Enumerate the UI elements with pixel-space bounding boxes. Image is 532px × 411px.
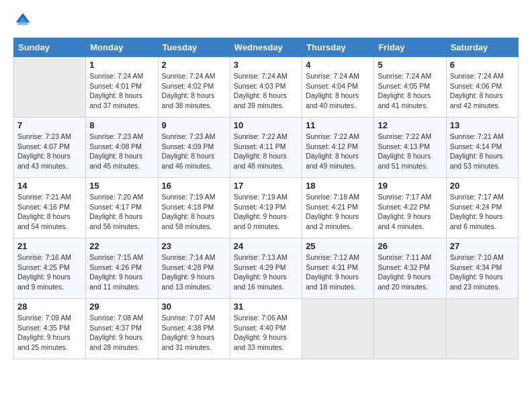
day-info: Sunrise: 7:24 AMSunset: 4:04 PMDaylight:… (306, 71, 370, 111)
day-info: Sunrise: 7:24 AMSunset: 4:01 PMDaylight:… (89, 71, 154, 111)
calendar-cell: 31Sunrise: 7:06 AMSunset: 4:40 PMDayligh… (230, 299, 302, 359)
day-number: 19 (378, 181, 442, 191)
calendar-cell: 9Sunrise: 7:23 AMSunset: 4:09 PMDaylight… (158, 118, 230, 178)
calendar-cell: 13Sunrise: 7:21 AMSunset: 4:14 PMDayligh… (446, 118, 518, 178)
calendar-cell: 10Sunrise: 7:22 AMSunset: 4:11 PMDayligh… (230, 118, 302, 178)
weekday-header: Tuesday (158, 38, 230, 57)
day-info: Sunrise: 7:06 AMSunset: 4:40 PMDaylight:… (234, 313, 298, 353)
calendar-cell: 25Sunrise: 7:12 AMSunset: 4:31 PMDayligh… (302, 238, 374, 299)
day-number: 31 (234, 302, 298, 312)
day-info: Sunrise: 7:14 AMSunset: 4:28 PMDaylight:… (162, 253, 226, 292)
day-info: Sunrise: 7:13 AMSunset: 4:29 PMDaylight:… (234, 253, 298, 292)
calendar-cell: 22Sunrise: 7:15 AMSunset: 4:26 PMDayligh… (86, 238, 158, 299)
day-info: Sunrise: 7:21 AMSunset: 4:14 PMDaylight:… (450, 132, 515, 171)
day-info: Sunrise: 7:22 AMSunset: 4:11 PMDaylight:… (234, 132, 298, 171)
calendar-cell: 20Sunrise: 7:17 AMSunset: 4:24 PMDayligh… (446, 178, 518, 238)
calendar-week: 7Sunrise: 7:23 AMSunset: 4:07 PMDaylight… (14, 118, 519, 178)
day-info: Sunrise: 7:21 AMSunset: 4:16 PMDaylight:… (17, 192, 82, 232)
day-number: 17 (234, 181, 298, 191)
day-number: 18 (306, 181, 370, 191)
calendar-body: 1Sunrise: 7:24 AMSunset: 4:01 PMDaylight… (14, 57, 519, 359)
calendar-cell: 23Sunrise: 7:14 AMSunset: 4:28 PMDayligh… (158, 238, 230, 299)
day-number: 27 (450, 241, 515, 251)
weekday-header: Saturday (446, 38, 518, 57)
day-info: Sunrise: 7:17 AMSunset: 4:24 PMDaylight:… (450, 192, 515, 232)
calendar-cell: 7Sunrise: 7:23 AMSunset: 4:07 PMDaylight… (14, 118, 86, 178)
weekday-header: Thursday (302, 38, 374, 57)
day-number: 26 (378, 241, 442, 251)
calendar-cell: 12Sunrise: 7:22 AMSunset: 4:13 PMDayligh… (374, 118, 446, 178)
day-info: Sunrise: 7:18 AMSunset: 4:21 PMDaylight:… (306, 192, 370, 232)
page-header (13, 11, 519, 30)
calendar-cell: 4Sunrise: 7:24 AMSunset: 4:04 PMDaylight… (302, 57, 374, 118)
day-info: Sunrise: 7:22 AMSunset: 4:12 PMDaylight:… (306, 132, 370, 171)
calendar-cell: 27Sunrise: 7:10 AMSunset: 4:34 PMDayligh… (446, 238, 518, 299)
day-info: Sunrise: 7:07 AMSunset: 4:38 PMDaylight:… (162, 313, 226, 353)
calendar-cell (14, 57, 86, 118)
day-info: Sunrise: 7:19 AMSunset: 4:18 PMDaylight:… (162, 192, 226, 232)
calendar-week: 14Sunrise: 7:21 AMSunset: 4:16 PMDayligh… (14, 178, 519, 238)
logo (13, 11, 35, 30)
calendar-cell: 26Sunrise: 7:11 AMSunset: 4:32 PMDayligh… (374, 238, 446, 299)
day-info: Sunrise: 7:19 AMSunset: 4:19 PMDaylight:… (234, 192, 298, 232)
calendar-cell: 29Sunrise: 7:08 AMSunset: 4:37 PMDayligh… (86, 299, 158, 359)
day-info: Sunrise: 7:10 AMSunset: 4:34 PMDaylight:… (450, 253, 515, 292)
calendar-week: 1Sunrise: 7:24 AMSunset: 4:01 PMDaylight… (14, 57, 519, 118)
day-number: 25 (306, 241, 370, 251)
day-number: 16 (162, 181, 226, 191)
weekday-header: Monday (86, 38, 158, 57)
day-info: Sunrise: 7:15 AMSunset: 4:26 PMDaylight:… (89, 253, 154, 292)
day-info: Sunrise: 7:22 AMSunset: 4:13 PMDaylight:… (378, 132, 442, 171)
calendar-cell: 24Sunrise: 7:13 AMSunset: 4:29 PMDayligh… (230, 238, 302, 299)
weekday-row: SundayMondayTuesdayWednesdayThursdayFrid… (14, 38, 519, 57)
calendar-cell: 19Sunrise: 7:17 AMSunset: 4:22 PMDayligh… (374, 178, 446, 238)
day-number: 14 (17, 181, 82, 191)
calendar-cell: 17Sunrise: 7:19 AMSunset: 4:19 PMDayligh… (230, 178, 302, 238)
day-number: 8 (89, 120, 154, 130)
day-number: 9 (162, 120, 226, 130)
day-info: Sunrise: 7:24 AMSunset: 4:05 PMDaylight:… (378, 71, 442, 111)
calendar-week: 28Sunrise: 7:09 AMSunset: 4:35 PMDayligh… (14, 299, 519, 359)
day-info: Sunrise: 7:24 AMSunset: 4:02 PMDaylight:… (162, 71, 226, 111)
day-info: Sunrise: 7:23 AMSunset: 4:08 PMDaylight:… (89, 132, 154, 171)
day-number: 6 (450, 60, 515, 70)
day-number: 11 (306, 120, 370, 130)
day-number: 4 (306, 60, 370, 70)
day-number: 10 (234, 120, 298, 130)
calendar-cell: 5Sunrise: 7:24 AMSunset: 4:05 PMDaylight… (374, 57, 446, 118)
calendar-cell: 18Sunrise: 7:18 AMSunset: 4:21 PMDayligh… (302, 178, 374, 238)
calendar-cell (302, 299, 374, 359)
day-info: Sunrise: 7:24 AMSunset: 4:03 PMDaylight:… (234, 71, 298, 111)
calendar-cell: 8Sunrise: 7:23 AMSunset: 4:08 PMDaylight… (86, 118, 158, 178)
day-number: 28 (17, 302, 82, 312)
day-number: 3 (234, 60, 298, 70)
day-info: Sunrise: 7:16 AMSunset: 4:25 PMDaylight:… (17, 253, 82, 292)
calendar-cell: 15Sunrise: 7:20 AMSunset: 4:17 PMDayligh… (86, 178, 158, 238)
weekday-header: Wednesday (230, 38, 302, 57)
calendar-cell (446, 299, 518, 359)
calendar-cell: 6Sunrise: 7:24 AMSunset: 4:06 PMDaylight… (446, 57, 518, 118)
day-number: 23 (162, 241, 226, 251)
calendar-header: SundayMondayTuesdayWednesdayThursdayFrid… (14, 38, 519, 57)
calendar-cell: 3Sunrise: 7:24 AMSunset: 4:03 PMDaylight… (230, 57, 302, 118)
day-number: 2 (162, 60, 226, 70)
calendar-cell (374, 299, 446, 359)
day-number: 21 (17, 241, 82, 251)
calendar-cell: 2Sunrise: 7:24 AMSunset: 4:02 PMDaylight… (158, 57, 230, 118)
weekday-header: Friday (374, 38, 446, 57)
calendar-cell: 14Sunrise: 7:21 AMSunset: 4:16 PMDayligh… (14, 178, 86, 238)
day-info: Sunrise: 7:23 AMSunset: 4:07 PMDaylight:… (17, 132, 82, 171)
day-number: 1 (89, 60, 154, 70)
day-info: Sunrise: 7:20 AMSunset: 4:17 PMDaylight:… (89, 192, 154, 232)
day-info: Sunrise: 7:12 AMSunset: 4:31 PMDaylight:… (306, 253, 370, 292)
day-number: 7 (17, 120, 82, 130)
day-info: Sunrise: 7:17 AMSunset: 4:22 PMDaylight:… (378, 192, 442, 232)
day-number: 13 (450, 120, 515, 130)
day-info: Sunrise: 7:24 AMSunset: 4:06 PMDaylight:… (450, 71, 515, 111)
day-number: 20 (450, 181, 515, 191)
calendar-cell: 28Sunrise: 7:09 AMSunset: 4:35 PMDayligh… (14, 299, 86, 359)
weekday-header: Sunday (14, 38, 86, 57)
calendar-table: SundayMondayTuesdayWednesdayThursdayFrid… (13, 38, 519, 359)
calendar-cell: 1Sunrise: 7:24 AMSunset: 4:01 PMDaylight… (86, 57, 158, 118)
calendar-cell: 30Sunrise: 7:07 AMSunset: 4:38 PMDayligh… (158, 299, 230, 359)
